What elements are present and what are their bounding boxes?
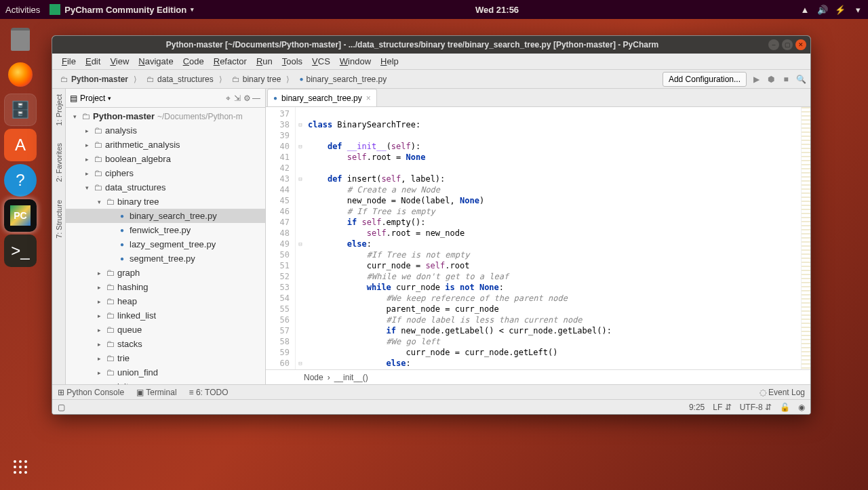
show-apps-icon[interactable] <box>4 451 37 483</box>
tree-row[interactable]: ▸🗀arithmetic_analysis <box>66 138 265 152</box>
encoding[interactable]: UTF-8 ⇵ <box>740 403 772 412</box>
expand-arrow-icon[interactable]: ▸ <box>83 142 90 148</box>
tree-row[interactable]: ▸🗀linked_list <box>66 308 265 323</box>
tree-row[interactable]: ▸🗀queue <box>66 323 265 337</box>
structure-tool-tab[interactable]: 7: Structure <box>54 197 64 241</box>
run-icon[interactable]: ▶ <box>751 74 762 85</box>
expand-arrow-icon[interactable]: ▸ <box>96 369 102 376</box>
collapse-icon[interactable]: ⇲ <box>233 94 242 103</box>
editor-tab[interactable]: ● binary_search_tree.py × <box>267 89 377 106</box>
cursor-position[interactable]: 9:25 <box>689 403 705 412</box>
expand-arrow-icon[interactable]: ▸ <box>96 355 102 362</box>
software-icon[interactable]: A <box>4 129 37 161</box>
volume-icon[interactable]: 🔊 <box>818 5 827 14</box>
network-icon[interactable]: ▲ <box>800 5 810 14</box>
firefox-icon[interactable] <box>4 58 37 91</box>
tree-row[interactable]: ▸🗀analysis <box>66 123 265 138</box>
menu-code[interactable]: Code <box>179 55 208 68</box>
tree-row[interactable]: ▸🗀ciphers <box>66 166 265 180</box>
menu-help[interactable]: Help <box>376 55 403 68</box>
event-log-tab[interactable]: ◌ Event Log <box>760 388 805 397</box>
menu-view[interactable]: View <box>106 55 133 68</box>
menu-window[interactable]: Window <box>336 55 375 68</box>
expand-arrow-icon[interactable]: ▾ <box>96 199 102 205</box>
menu-run[interactable]: Run <box>252 55 277 68</box>
tree-row[interactable]: ▸🗀stacks <box>66 337 265 351</box>
expand-arrow-icon[interactable]: ▾ <box>83 184 90 191</box>
tree-row[interactable]: ▸🗀heap <box>66 294 265 308</box>
tree-row[interactable]: ▸🗀trie <box>66 351 265 365</box>
tree-row[interactable]: ●segment_tree.py <box>66 251 265 266</box>
expand-arrow-icon[interactable]: ▸ <box>83 127 90 134</box>
expand-arrow-icon[interactable]: ▸ <box>96 284 102 291</box>
chevron-down-icon[interactable]: ▾ <box>108 95 111 102</box>
expand-arrow-icon[interactable]: ▾ <box>71 113 78 120</box>
tree-row[interactable]: ▸🗀hashing <box>66 280 265 294</box>
menu-tools[interactable]: Tools <box>278 55 307 68</box>
readonly-icon[interactable]: 🔓 <box>780 403 790 412</box>
line-separator[interactable]: LF ⇵ <box>713 403 731 412</box>
close-tab-icon[interactable]: × <box>366 94 371 103</box>
stop-icon[interactable]: ■ <box>781 74 791 85</box>
tree-row[interactable]: ●binary_search_tree.py <box>66 209 265 223</box>
tree-row[interactable]: ▸🗀boolean_algebra <box>66 152 265 166</box>
expand-arrow-icon[interactable]: ▸ <box>96 327 102 333</box>
close-button[interactable]: ✕ <box>795 39 806 50</box>
project-view-label[interactable]: Project <box>80 94 105 103</box>
pycharm-launcher-icon[interactable]: PC <box>4 199 37 232</box>
status-widget-icon[interactable]: ▢ <box>58 403 65 412</box>
add-configuration-button[interactable]: Add Configuration... <box>663 72 747 87</box>
files-icon[interactable]: 🗄️ <box>4 94 37 126</box>
gear-icon[interactable]: ⚙ <box>242 94 252 103</box>
menu-refactor[interactable]: Refactor <box>210 55 251 68</box>
expand-arrow-icon[interactable]: ▸ <box>96 341 102 348</box>
expand-arrow-icon[interactable]: ▸ <box>83 156 90 163</box>
clock[interactable]: Wed 21:56 <box>194 5 800 15</box>
favorites-tool-tab[interactable]: 2: Favorites <box>54 140 64 184</box>
tree-row[interactable]: ▾🗀Python-master~/Documents/Python-m <box>66 109 265 123</box>
terminal-icon[interactable]: >_ <box>4 234 37 267</box>
inspect-icon[interactable]: ◉ <box>798 403 805 412</box>
help-icon[interactable]: ? <box>4 164 37 197</box>
chevron-down-icon[interactable]: ▾ <box>853 5 863 14</box>
terminal-tab[interactable]: ▣ Terminal <box>136 388 176 397</box>
menu-edit[interactable]: Edit <box>81 55 104 68</box>
expand-arrow-icon[interactable]: ▸ <box>96 298 102 305</box>
hide-icon[interactable]: — <box>252 94 261 103</box>
app-menu[interactable]: PyCharm Community Edition ▾ <box>50 4 194 15</box>
locate-icon[interactable]: ⌖ <box>223 94 233 103</box>
expand-arrow-icon[interactable]: ▸ <box>83 170 90 177</box>
tree-row[interactable]: ▾🗀data_structures <box>66 180 265 195</box>
menu-navigate[interactable]: Navigate <box>134 55 177 68</box>
project-tool-tab[interactable]: 1: Project <box>54 91 64 128</box>
debug-icon[interactable]: ⬢ <box>766 74 776 85</box>
code-area[interactable]: class BinarySearchTree: def __init__(sel… <box>305 107 801 369</box>
battery-icon[interactable]: ⚡ <box>835 5 845 14</box>
search-icon[interactable]: 🔍 <box>795 74 806 85</box>
breadcrumb-item[interactable]: 🗀 binary tree <box>228 73 294 85</box>
tree-row[interactable]: ▸🗀union_find <box>66 365 265 380</box>
tree-row[interactable]: ●lazy_segment_tree.py <box>66 237 265 251</box>
editor-body[interactable]: 3738394041424344454647484950515253545556… <box>266 107 810 369</box>
minimap[interactable] <box>801 107 810 369</box>
maximize-button[interactable]: ▢ <box>782 39 793 50</box>
menu-file[interactable]: File <box>58 55 80 68</box>
fold-column[interactable]: ⊟⊟⊟⊟⊟ <box>296 107 305 369</box>
breadcrumb-item[interactable]: 🗀 Python-master <box>56 73 141 85</box>
breadcrumb-item[interactable]: 🗀 data_structures <box>142 73 226 85</box>
expand-arrow-icon[interactable]: ▸ <box>96 270 102 277</box>
todo-tab[interactable]: ≡ 6: TODO <box>189 388 229 397</box>
tree-row[interactable]: ●init__.py <box>66 380 265 384</box>
menu-vcs[interactable]: VCS <box>308 55 334 68</box>
breadcrumb-item[interactable]: ● binary_search_tree.py <box>295 73 396 85</box>
editor-breadcrumb[interactable]: Node › __init__() <box>266 369 810 384</box>
tree-row[interactable]: ▸🗀graph <box>66 266 265 280</box>
tree-row[interactable]: ▾🗀binary tree <box>66 195 265 209</box>
titlebar[interactable]: Python-master [~/Documents/Python-master… <box>52 36 810 54</box>
expand-arrow-icon[interactable]: ▸ <box>96 312 102 319</box>
python-console-tab[interactable]: ⊞ Python Console <box>58 388 124 397</box>
tree-row[interactable]: ●fenwick_tree.py <box>66 223 265 237</box>
trash-icon[interactable] <box>4 23 37 56</box>
minimize-button[interactable]: – <box>768 39 779 50</box>
project-tree[interactable]: ▾🗀Python-master~/Documents/Python-m▸🗀ana… <box>66 108 265 384</box>
